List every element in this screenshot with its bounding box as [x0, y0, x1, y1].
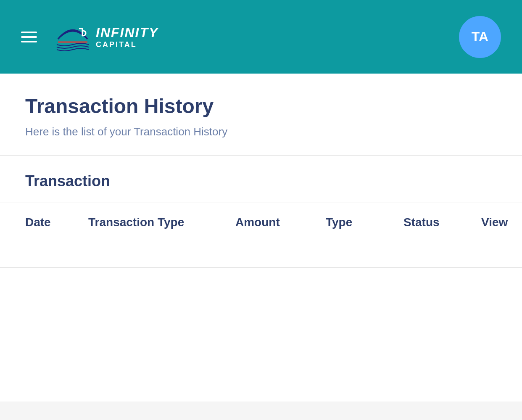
col-header-view: View [481, 216, 522, 229]
page-title: Transaction History [25, 95, 497, 118]
page-title-section: Transaction History Here is the list of … [0, 74, 522, 156]
logo-graphic-icon [54, 18, 92, 56]
logo-text: INFINITY CAPITAL [96, 25, 158, 49]
col-header-transaction-type: Transaction Type [88, 216, 235, 229]
table-header: Date Transaction Type Amount Type Status… [0, 203, 522, 242]
avatar-initials: TA [472, 29, 488, 45]
col-header-amount: Amount [235, 216, 326, 229]
table-header-row: Date Transaction Type Amount Type Status… [25, 216, 497, 229]
header-left: INFINITY CAPITAL [21, 18, 158, 56]
logo-infinity-text: INFINITY [96, 25, 158, 40]
page-subtitle: Here is the list of your Transaction His… [25, 125, 497, 138]
logo-container: INFINITY CAPITAL [54, 18, 158, 56]
col-header-type: Type [326, 216, 403, 229]
main-content: Transaction History Here is the list of … [0, 74, 522, 402]
table-body [0, 242, 522, 268]
transaction-section-title: Transaction [25, 172, 497, 190]
page-wrapper: INFINITY CAPITAL TA Transaction History … [0, 0, 522, 420]
transaction-section: Transaction [0, 156, 522, 203]
logo-capital-text: CAPITAL [96, 40, 158, 49]
footer: Infinity Capital LTD © 2020. All Rights … [0, 402, 522, 420]
header: INFINITY CAPITAL TA [0, 0, 522, 74]
user-avatar[interactable]: TA [459, 16, 501, 58]
hamburger-menu-icon[interactable] [21, 32, 37, 42]
col-header-status: Status [403, 216, 481, 229]
col-header-date: Date [25, 216, 88, 229]
